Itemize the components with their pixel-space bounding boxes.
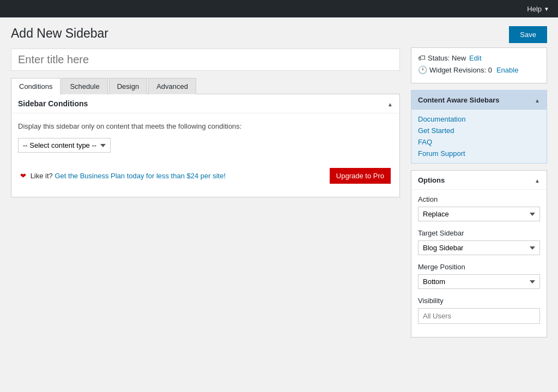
cas-link-forum-support[interactable]: Forum Support [418, 149, 540, 158]
tab-schedule[interactable]: Schedule [62, 78, 107, 94]
main-content: Add New Sidebar Conditions Schedule Desi… [0, 17, 558, 392]
promo-link[interactable]: Get the Business Plan today for less tha… [54, 172, 226, 180]
left-column: Add New Sidebar Conditions Schedule Desi… [11, 26, 400, 383]
cas-chevron-up-icon [535, 95, 540, 104]
status-label: Status: New [428, 54, 466, 62]
revisions-icon: 🕐 [418, 65, 427, 74]
options-chevron-up-icon [535, 175, 540, 184]
tab-conditions[interactable]: Conditions [11, 78, 60, 94]
action-field-group: Action Replace Merge Prepend [418, 195, 540, 221]
right-column: Save 🏷 Status: New Edit 🕐 Widget Revisio… [411, 26, 547, 383]
merge-position-label: Merge Position [418, 263, 540, 271]
cas-link-faq[interactable]: FAQ [418, 138, 540, 146]
panel-collapse-button[interactable] [387, 99, 393, 108]
page-wrapper: Help Add New Sidebar Conditions Schedule… [0, 0, 558, 392]
top-bar: Help [0, 0, 558, 17]
conditions-panel: Sidebar Conditions Display this sidebar … [11, 94, 400, 197]
panel-description: Display this sidebar only on content tha… [18, 122, 393, 130]
status-icon: 🏷 [418, 53, 426, 62]
visibility-input[interactable] [418, 308, 540, 324]
save-button[interactable]: Save [509, 26, 547, 43]
cas-header: Content Aware Sidebars [411, 91, 547, 110]
chevron-up-icon [387, 99, 393, 108]
revisions-label: Widget Revisions: 0 [429, 66, 492, 74]
options-title: Options [418, 176, 445, 184]
tab-design[interactable]: Design [109, 78, 147, 94]
save-area: Save [411, 26, 547, 43]
cas-meta-box: Content Aware Sidebars Documentation Get… [411, 90, 547, 164]
promo-bar: ❤ Like it? Get the Business Plan today f… [18, 164, 393, 188]
target-sidebar-select[interactable]: Blog Sidebar Footer Widget Primary Sideb… [418, 240, 540, 255]
cas-link-documentation[interactable]: Documentation [418, 115, 540, 123]
revisions-row: 🕐 Widget Revisions: 0 Enable [418, 65, 540, 74]
help-button[interactable]: Help [527, 5, 549, 13]
action-label: Action [418, 195, 540, 203]
heart-icon: ❤ [20, 172, 26, 180]
cas-collapse-button[interactable] [535, 95, 540, 105]
tab-advanced[interactable]: Advanced [148, 78, 196, 94]
options-collapse-button[interactable] [535, 175, 540, 185]
status-edit-link[interactable]: Edit [469, 54, 481, 62]
visibility-field-group: Visibility [418, 297, 540, 324]
upgrade-button[interactable]: Upgrade to Pro [330, 168, 391, 184]
promo-like-label: Like it? [31, 172, 53, 180]
options-header: Options [411, 171, 547, 190]
chevron-down-icon [544, 6, 549, 12]
visibility-label: Visibility [418, 297, 540, 305]
promo-text-area: ❤ Like it? Get the Business Plan today f… [20, 172, 226, 180]
enable-link[interactable]: Enable [496, 66, 518, 74]
help-label: Help [527, 5, 542, 13]
status-meta-box: 🏷 Status: New Edit 🕐 Widget Revisions: 0… [411, 47, 547, 83]
panel-title: Sidebar Conditions [18, 99, 88, 108]
merge-position-field-group: Merge Position Bottom Top Before [418, 263, 540, 289]
target-sidebar-label: Target Sidebar [418, 229, 540, 237]
status-meta-box-body: 🏷 Status: New Edit 🕐 Widget Revisions: 0… [411, 48, 547, 83]
target-sidebar-field-group: Target Sidebar Blog Sidebar Footer Widge… [418, 229, 540, 255]
content-type-select[interactable]: -- Select content type -- [18, 138, 111, 153]
merge-position-select[interactable]: Bottom Top Before [418, 274, 540, 289]
page-title: Add New Sidebar [11, 26, 400, 41]
panel-header: Sidebar Conditions [11, 94, 399, 113]
tabs-container: Conditions Schedule Design Advanced [11, 77, 400, 94]
action-select[interactable]: Replace Merge Prepend [418, 207, 540, 221]
cas-link-get-started[interactable]: Get Started [418, 126, 540, 135]
options-body: Action Replace Merge Prepend Target Side… [411, 190, 547, 337]
options-meta-box: Options Action Replace Merge Prepend [411, 170, 547, 337]
sidebar-title-input[interactable] [11, 49, 400, 71]
cas-body: Documentation Get Started FAQ Forum Supp… [411, 110, 547, 163]
status-row: 🏷 Status: New Edit [418, 53, 540, 62]
panel-body: Display this sidebar only on content tha… [11, 113, 399, 197]
cas-title: Content Aware Sidebars [418, 96, 500, 104]
